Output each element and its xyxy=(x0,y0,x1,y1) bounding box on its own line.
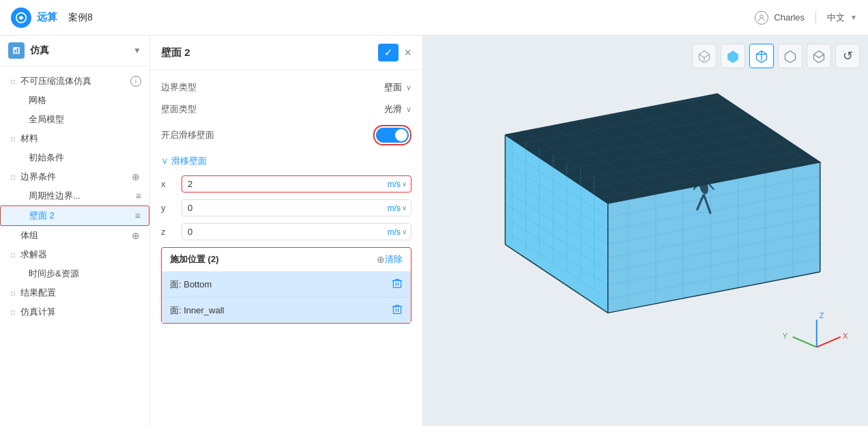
sidebar-item-label: 材料 xyxy=(20,132,141,145)
sidebar-item-timestep[interactable]: 时间步&资源 xyxy=(0,264,149,283)
sidebar-collapse-icon[interactable]: ▼ xyxy=(133,46,141,55)
expand-icon xyxy=(16,191,26,201)
sidebar-item-label: 周期性边界... xyxy=(29,190,136,202)
svg-rect-4 xyxy=(17,48,18,53)
user-icon xyxy=(755,11,768,25)
x-row: x m/s ∨ xyxy=(161,175,411,193)
close-button[interactable]: × xyxy=(404,46,411,60)
panel-header: 壁面 2 ✓ × xyxy=(150,36,422,70)
expand-icon: □ xyxy=(8,134,18,143)
menu-icon[interactable]: ≡ xyxy=(135,210,141,221)
z-input-wrapper: m/s ∨ xyxy=(182,223,411,240)
y-row: y m/s ∨ xyxy=(161,199,411,216)
sidebar-item-boundary-conditions[interactable]: □ 边界条件 ⊕ xyxy=(0,167,149,186)
y-unit[interactable]: m/s ∨ xyxy=(388,203,411,213)
slip-submenu-label[interactable]: ∨ 滑移壁面 xyxy=(161,155,411,167)
location-item-label: 面: Inner_wall xyxy=(170,304,392,317)
sidebar-item-label: 求解器 xyxy=(20,248,141,261)
sidebar-item-sim-compute[interactable]: □ 仿真计算 xyxy=(0,302,149,322)
menu-icon[interactable]: ≡ xyxy=(136,190,141,201)
divider xyxy=(815,12,816,23)
toggle-border xyxy=(373,125,411,145)
sidebar-item-initial-conditions[interactable]: 初始条件 xyxy=(0,148,149,167)
sidebar-item-label: 体组 xyxy=(20,229,128,242)
logo-area: 远算 案例8 xyxy=(11,8,93,28)
location-section: 施加位置 (2) ⊕ 清除 面: Bottom 面: Inner_wall xyxy=(161,247,411,324)
x-input[interactable] xyxy=(182,176,388,192)
slip-submenu-text: 滑移壁面 xyxy=(171,156,207,166)
language-label[interactable]: 中文 xyxy=(827,12,845,24)
y-label: y xyxy=(161,203,182,213)
sidebar-item-materials[interactable]: □ 材料 xyxy=(0,129,149,148)
svg-rect-5 xyxy=(393,281,401,287)
unit-chevron-icon: ∨ xyxy=(402,228,407,236)
sidebar-item-label: 时间步&资源 xyxy=(29,268,141,280)
z-row: z m/s ∨ xyxy=(161,223,411,240)
location-clear-button[interactable]: 清除 xyxy=(385,253,403,266)
svg-rect-3 xyxy=(14,50,16,53)
topbar-right: Charles 中文 ▼ xyxy=(755,11,857,25)
sidebar-item-global-model[interactable]: 全局模型 xyxy=(0,110,149,129)
sidebar-item-solver[interactable]: □ 求解器 xyxy=(0,245,149,264)
chevron-down-icon: ∨ xyxy=(406,105,411,114)
expand-icon: □ xyxy=(8,250,18,259)
sidebar-item-label: 全局模型 xyxy=(29,113,141,126)
info-badge: i xyxy=(130,76,141,87)
app-title: 远算 xyxy=(37,11,57,24)
x-unit[interactable]: m/s ∨ xyxy=(388,180,411,189)
wall-type-row: 壁面类型 光滑 ∨ xyxy=(161,103,411,115)
unit-chevron-icon: ∨ xyxy=(402,180,407,188)
svg-text:Z: Z xyxy=(820,311,824,320)
boundary-type-value[interactable]: 壁面 ∨ xyxy=(236,81,411,94)
sidebar-title: 仿真 xyxy=(30,44,128,57)
sidebar-item-label: 结果配置 xyxy=(20,287,141,299)
slip-wall-toggle[interactable] xyxy=(376,128,409,143)
y-input[interactable] xyxy=(182,200,388,216)
slip-wall-label: 开启滑移壁面 xyxy=(161,129,236,141)
sidebar-item-label: 边界条件 xyxy=(20,171,128,183)
boundary-type-row: 边界类型 壁面 ∨ xyxy=(161,81,411,94)
confirm-button[interactable]: ✓ xyxy=(378,44,399,61)
svg-text:Y: Y xyxy=(783,332,788,340)
location-add-icon[interactable]: ⊕ xyxy=(377,254,385,265)
slip-wall-toggle-area xyxy=(236,125,411,145)
sidebar-tree: □ 不可压缩流体仿真 i 网格 全局模型 □ 材料 初始条件 xyxy=(0,66,149,327)
expand-icon xyxy=(16,269,26,279)
sidebar-item-incompressible[interactable]: □ 不可压缩流体仿真 i xyxy=(0,72,149,91)
simulation-icon xyxy=(8,42,25,59)
panel-body: 边界类型 壁面 ∨ 壁面类型 光滑 ∨ 开启滑移壁面 xyxy=(150,70,422,426)
sidebar-item-mesh[interactable]: 网格 xyxy=(0,91,149,110)
add-badge[interactable]: ⊕ xyxy=(130,171,141,182)
panel-title: 壁面 2 xyxy=(161,46,378,59)
toggle-thumb xyxy=(395,129,407,141)
z-unit[interactable]: m/s ∨ xyxy=(388,227,411,237)
project-name: 案例8 xyxy=(68,12,93,24)
location-item-inner-wall: 面: Inner_wall xyxy=(162,298,411,323)
location-header: 施加位置 (2) ⊕ 清除 xyxy=(162,248,411,272)
unit-chevron-icon: ∨ xyxy=(402,204,407,212)
sidebar-item-periodic-boundary[interactable]: 周期性边界... ≡ xyxy=(0,186,149,205)
sidebar-item-label: 初始条件 xyxy=(29,152,141,164)
viewport: ↺ xyxy=(423,36,868,426)
wall-type-value[interactable]: 光滑 ∨ xyxy=(236,103,411,115)
sidebar-item-volume-group[interactable]: 体组 ⊕ xyxy=(0,226,149,245)
user-name: Charles xyxy=(774,12,805,23)
expand-icon xyxy=(16,96,26,105)
expand-icon xyxy=(17,211,27,221)
boundary-type-label: 边界类型 xyxy=(161,81,236,94)
language-dropdown-icon[interactable]: ▼ xyxy=(850,14,857,21)
delete-icon[interactable] xyxy=(392,304,403,317)
main-area: 仿真 ▼ □ 不可压缩流体仿真 i 网格 全局模型 □ 材料 xyxy=(0,36,868,426)
svg-rect-6 xyxy=(393,307,401,313)
location-item-label: 面: Bottom xyxy=(170,279,392,291)
add-badge[interactable]: ⊕ xyxy=(130,230,141,241)
expand-icon: □ xyxy=(8,307,18,317)
svg-text:X: X xyxy=(843,332,848,340)
topbar: 远算 案例8 Charles 中文 ▼ xyxy=(0,0,868,36)
chevron-down-icon: ∨ xyxy=(406,83,411,92)
delete-icon[interactable] xyxy=(392,278,403,291)
sidebar-item-wall2[interactable]: 壁面 2 ≡ xyxy=(0,205,149,226)
sidebar-item-result-config[interactable]: □ 结果配置 xyxy=(0,283,149,302)
x-input-wrapper: m/s ∨ xyxy=(182,175,411,193)
z-input[interactable] xyxy=(182,224,388,240)
